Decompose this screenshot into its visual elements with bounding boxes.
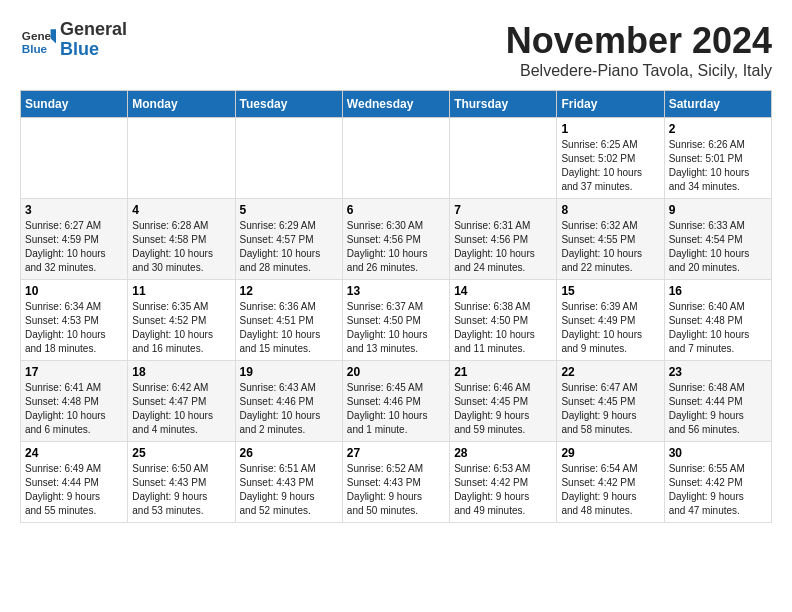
- calendar-cell: 25Sunrise: 6:50 AM Sunset: 4:43 PM Dayli…: [128, 442, 235, 523]
- day-info: Sunrise: 6:48 AM Sunset: 4:44 PM Dayligh…: [669, 381, 767, 437]
- day-info: Sunrise: 6:31 AM Sunset: 4:56 PM Dayligh…: [454, 219, 552, 275]
- day-info: Sunrise: 6:33 AM Sunset: 4:54 PM Dayligh…: [669, 219, 767, 275]
- day-info: Sunrise: 6:27 AM Sunset: 4:59 PM Dayligh…: [25, 219, 123, 275]
- day-number: 3: [25, 203, 123, 217]
- month-title: November 2024: [506, 20, 772, 62]
- day-info: Sunrise: 6:41 AM Sunset: 4:48 PM Dayligh…: [25, 381, 123, 437]
- day-number: 20: [347, 365, 445, 379]
- day-number: 12: [240, 284, 338, 298]
- day-number: 6: [347, 203, 445, 217]
- calendar-cell: 20Sunrise: 6:45 AM Sunset: 4:46 PM Dayli…: [342, 361, 449, 442]
- calendar-cell: 8Sunrise: 6:32 AM Sunset: 4:55 PM Daylig…: [557, 199, 664, 280]
- day-info: Sunrise: 6:28 AM Sunset: 4:58 PM Dayligh…: [132, 219, 230, 275]
- day-info: Sunrise: 6:39 AM Sunset: 4:49 PM Dayligh…: [561, 300, 659, 356]
- col-header-friday: Friday: [557, 91, 664, 118]
- calendar-cell: 29Sunrise: 6:54 AM Sunset: 4:42 PM Dayli…: [557, 442, 664, 523]
- day-number: 24: [25, 446, 123, 460]
- calendar-cell: 17Sunrise: 6:41 AM Sunset: 4:48 PM Dayli…: [21, 361, 128, 442]
- calendar-cell: 6Sunrise: 6:30 AM Sunset: 4:56 PM Daylig…: [342, 199, 449, 280]
- calendar-cell: 28Sunrise: 6:53 AM Sunset: 4:42 PM Dayli…: [450, 442, 557, 523]
- day-info: Sunrise: 6:29 AM Sunset: 4:57 PM Dayligh…: [240, 219, 338, 275]
- calendar-cell: [128, 118, 235, 199]
- day-info: Sunrise: 6:49 AM Sunset: 4:44 PM Dayligh…: [25, 462, 123, 518]
- day-number: 15: [561, 284, 659, 298]
- day-info: Sunrise: 6:38 AM Sunset: 4:50 PM Dayligh…: [454, 300, 552, 356]
- calendar-cell: 4Sunrise: 6:28 AM Sunset: 4:58 PM Daylig…: [128, 199, 235, 280]
- calendar-cell: 12Sunrise: 6:36 AM Sunset: 4:51 PM Dayli…: [235, 280, 342, 361]
- calendar-cell: 3Sunrise: 6:27 AM Sunset: 4:59 PM Daylig…: [21, 199, 128, 280]
- calendar-cell: 19Sunrise: 6:43 AM Sunset: 4:46 PM Dayli…: [235, 361, 342, 442]
- day-info: Sunrise: 6:53 AM Sunset: 4:42 PM Dayligh…: [454, 462, 552, 518]
- day-number: 4: [132, 203, 230, 217]
- day-number: 16: [669, 284, 767, 298]
- calendar-cell: 15Sunrise: 6:39 AM Sunset: 4:49 PM Dayli…: [557, 280, 664, 361]
- day-info: Sunrise: 6:36 AM Sunset: 4:51 PM Dayligh…: [240, 300, 338, 356]
- day-number: 2: [669, 122, 767, 136]
- calendar-cell: [21, 118, 128, 199]
- calendar-week-1: 1Sunrise: 6:25 AM Sunset: 5:02 PM Daylig…: [21, 118, 772, 199]
- day-number: 5: [240, 203, 338, 217]
- day-number: 30: [669, 446, 767, 460]
- day-info: Sunrise: 6:30 AM Sunset: 4:56 PM Dayligh…: [347, 219, 445, 275]
- day-number: 27: [347, 446, 445, 460]
- calendar-cell: [235, 118, 342, 199]
- title-block: November 2024 Belvedere-Piano Tavola, Si…: [506, 20, 772, 80]
- calendar-cell: 22Sunrise: 6:47 AM Sunset: 4:45 PM Dayli…: [557, 361, 664, 442]
- logo: General Blue General Blue: [20, 20, 127, 60]
- day-number: 7: [454, 203, 552, 217]
- calendar-cell: 23Sunrise: 6:48 AM Sunset: 4:44 PM Dayli…: [664, 361, 771, 442]
- page-header: General Blue General Blue November 2024 …: [20, 20, 772, 80]
- day-info: Sunrise: 6:54 AM Sunset: 4:42 PM Dayligh…: [561, 462, 659, 518]
- day-info: Sunrise: 6:34 AM Sunset: 4:53 PM Dayligh…: [25, 300, 123, 356]
- day-number: 21: [454, 365, 552, 379]
- day-info: Sunrise: 6:35 AM Sunset: 4:52 PM Dayligh…: [132, 300, 230, 356]
- calendar-cell: 1Sunrise: 6:25 AM Sunset: 5:02 PM Daylig…: [557, 118, 664, 199]
- day-info: Sunrise: 6:46 AM Sunset: 4:45 PM Dayligh…: [454, 381, 552, 437]
- calendar-cell: 5Sunrise: 6:29 AM Sunset: 4:57 PM Daylig…: [235, 199, 342, 280]
- day-number: 29: [561, 446, 659, 460]
- day-number: 14: [454, 284, 552, 298]
- logo-general-text: General: [60, 20, 127, 40]
- calendar-cell: 24Sunrise: 6:49 AM Sunset: 4:44 PM Dayli…: [21, 442, 128, 523]
- day-number: 9: [669, 203, 767, 217]
- day-info: Sunrise: 6:32 AM Sunset: 4:55 PM Dayligh…: [561, 219, 659, 275]
- logo-blue-text: Blue: [60, 40, 127, 60]
- location-text: Belvedere-Piano Tavola, Sicily, Italy: [506, 62, 772, 80]
- day-number: 1: [561, 122, 659, 136]
- calendar-cell: 18Sunrise: 6:42 AM Sunset: 4:47 PM Dayli…: [128, 361, 235, 442]
- calendar-cell: 16Sunrise: 6:40 AM Sunset: 4:48 PM Dayli…: [664, 280, 771, 361]
- day-info: Sunrise: 6:40 AM Sunset: 4:48 PM Dayligh…: [669, 300, 767, 356]
- day-number: 13: [347, 284, 445, 298]
- day-number: 28: [454, 446, 552, 460]
- day-number: 17: [25, 365, 123, 379]
- col-header-tuesday: Tuesday: [235, 91, 342, 118]
- calendar-week-3: 10Sunrise: 6:34 AM Sunset: 4:53 PM Dayli…: [21, 280, 772, 361]
- day-info: Sunrise: 6:55 AM Sunset: 4:42 PM Dayligh…: [669, 462, 767, 518]
- day-info: Sunrise: 6:43 AM Sunset: 4:46 PM Dayligh…: [240, 381, 338, 437]
- day-number: 25: [132, 446, 230, 460]
- day-info: Sunrise: 6:26 AM Sunset: 5:01 PM Dayligh…: [669, 138, 767, 194]
- calendar-table: SundayMondayTuesdayWednesdayThursdayFrid…: [20, 90, 772, 523]
- calendar-cell: 30Sunrise: 6:55 AM Sunset: 4:42 PM Dayli…: [664, 442, 771, 523]
- calendar-cell: [342, 118, 449, 199]
- day-number: 22: [561, 365, 659, 379]
- day-number: 10: [25, 284, 123, 298]
- day-number: 18: [132, 365, 230, 379]
- calendar-cell: 13Sunrise: 6:37 AM Sunset: 4:50 PM Dayli…: [342, 280, 449, 361]
- day-info: Sunrise: 6:50 AM Sunset: 4:43 PM Dayligh…: [132, 462, 230, 518]
- col-header-sunday: Sunday: [21, 91, 128, 118]
- calendar-cell: 21Sunrise: 6:46 AM Sunset: 4:45 PM Dayli…: [450, 361, 557, 442]
- calendar-cell: 26Sunrise: 6:51 AM Sunset: 4:43 PM Dayli…: [235, 442, 342, 523]
- calendar-cell: [450, 118, 557, 199]
- calendar-header-row: SundayMondayTuesdayWednesdayThursdayFrid…: [21, 91, 772, 118]
- col-header-wednesday: Wednesday: [342, 91, 449, 118]
- logo-icon: General Blue: [20, 22, 56, 58]
- day-info: Sunrise: 6:45 AM Sunset: 4:46 PM Dayligh…: [347, 381, 445, 437]
- col-header-monday: Monday: [128, 91, 235, 118]
- day-number: 8: [561, 203, 659, 217]
- day-number: 23: [669, 365, 767, 379]
- day-info: Sunrise: 6:47 AM Sunset: 4:45 PM Dayligh…: [561, 381, 659, 437]
- calendar-cell: 27Sunrise: 6:52 AM Sunset: 4:43 PM Dayli…: [342, 442, 449, 523]
- calendar-cell: 10Sunrise: 6:34 AM Sunset: 4:53 PM Dayli…: [21, 280, 128, 361]
- day-info: Sunrise: 6:42 AM Sunset: 4:47 PM Dayligh…: [132, 381, 230, 437]
